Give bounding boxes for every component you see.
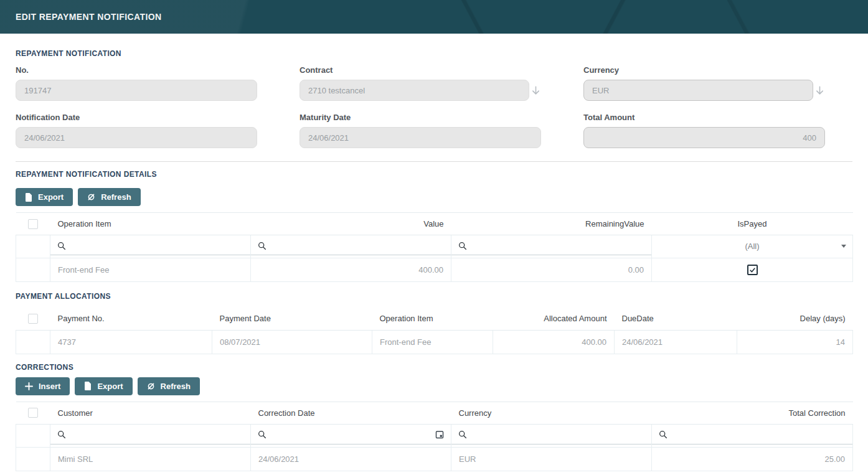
notification-date-label: Notification Date [16,113,257,122]
column-header-value[interactable]: Value [251,213,451,235]
contract-label: Contract [300,65,541,75]
maturity-date-input[interactable]: 24/06/2021 [300,127,541,148]
details-toolbar: Export Refresh [16,188,852,206]
cell-total-correction: 25.00 [652,447,853,471]
search-icon [57,430,66,439]
section-title-corrections: CORRECTIONS [16,363,852,372]
filter-customer[interactable] [50,424,251,447]
currency-value: EUR [592,86,609,95]
cell-is-payed [652,258,853,282]
column-header-correction-date[interactable]: Correction Date [251,402,451,424]
currency-input[interactable]: EUR [583,80,813,101]
total-amount-value: 400 [803,133,816,143]
refresh-button[interactable]: Refresh [138,377,200,395]
filter-remaining-value[interactable] [451,235,652,258]
plus-icon [25,382,33,390]
table-row[interactable]: Front-end Fee 400.00 0.00 [16,258,853,282]
no-value: 191747 [24,86,51,95]
corrections-toolbar: Insert Export Refresh [16,377,852,395]
repayment-notification-section: REPAYMENT NOTIFICATION No. 191747 Contra… [0,34,868,160]
contract-input[interactable]: 2710 testcancel [300,80,529,101]
refresh-button-label: Refresh [101,192,131,202]
select-all-checkbox[interactable] [28,408,38,418]
select-all-checkbox[interactable] [28,314,38,324]
refresh-button-label: Refresh [161,382,191,391]
column-header-due-date[interactable]: DueDate [615,308,737,330]
repayment-form-grid: No. 191747 Contract 2710 testcancel [16,65,852,160]
filter-operation-item[interactable] [50,235,251,258]
calendar-icon[interactable] [435,430,444,439]
insert-button[interactable]: Insert [16,377,70,395]
currency-label: Currency [583,65,825,75]
maturity-date-label: Maturity Date [300,113,541,122]
export-button-label: Export [97,382,123,391]
column-header-remaining-value[interactable]: RemainingValue [451,213,652,235]
column-header-allocated-amount[interactable]: Allocated Amount [493,308,615,330]
row-select-cell [16,258,50,282]
caret-down-icon [841,245,846,248]
cell-operation-item: Front-end Fee [372,330,493,354]
total-amount-label: Total Amount [583,113,825,122]
field-total-amount: Total Amount 400 [583,113,825,148]
cell-operation-item: Front-end Fee [50,258,251,282]
search-icon [57,242,66,250]
column-header-is-payed[interactable]: IsPayed [652,213,853,235]
column-header-payment-no[interactable]: Payment No. [50,308,212,330]
cell-delay-days: 14 [737,330,853,354]
column-header-operation-item[interactable]: Operation Item [372,308,493,330]
details-header-row: Operation Item Value RemainingValue IsPa… [16,213,853,235]
contract-value: 2710 testcancel [308,86,365,95]
main-content: REPAYMENT NOTIFICATION No. 191747 Contra… [0,34,868,471]
cell-correction-date: 24/06/2021 [251,447,451,471]
is-payed-filter-value: (All) [745,242,759,251]
section-divider [16,161,852,162]
no-label: No. [16,65,257,75]
payment-allocations-table: Payment No. Payment Date Operation Item … [16,308,853,354]
table-row[interactable]: Mimi SRL 24/06/2021 EUR 25.00 [16,447,853,471]
column-header-operation-item[interactable]: Operation Item [50,213,251,235]
field-maturity-date: Maturity Date 24/06/2021 [300,113,541,148]
filter-correction-date[interactable] [251,424,451,447]
filter-currency[interactable] [451,424,652,447]
field-contract: Contract 2710 testcancel [300,65,541,101]
column-header-total-correction[interactable]: Total Correction [652,402,853,424]
export-button[interactable]: Export [75,377,132,395]
notification-date-input[interactable]: 24/06/2021 [16,127,257,148]
is-payed-checkbox-checked[interactable] [747,265,758,275]
corrections-header-row: Customer Correction Date Currency Total … [16,402,853,424]
details-table: Operation Item Value RemainingValue IsPa… [16,212,853,282]
total-amount-input[interactable]: 400 [583,127,825,148]
cell-value: 400.00 [251,258,451,282]
arrow-down-icon[interactable] [813,85,825,96]
cell-customer: Mimi SRL [50,447,251,471]
search-icon [458,430,467,439]
filter-value[interactable] [251,235,451,258]
no-input[interactable]: 191747 [16,80,257,101]
search-icon [659,430,668,439]
page-title: EDIT REPAYMENT NOTIFICATION [16,12,162,22]
search-icon [258,430,267,439]
table-row[interactable]: 4737 08/07/2021 Front-end Fee 400.00 24/… [16,330,853,354]
filter-is-payed-select[interactable]: (All) [652,235,853,258]
row-select-cell [16,330,50,354]
select-all-checkbox[interactable] [28,219,38,229]
cell-due-date: 24/06/2021 [615,330,737,354]
filter-total-correction[interactable] [652,424,853,447]
filter-cell-empty [16,424,50,447]
refresh-button[interactable]: Refresh [78,188,140,206]
column-header-delay-days[interactable]: Delay (days) [737,308,853,330]
section-title-repayment-notification: REPAYMENT NOTIFICATION [16,49,852,58]
refresh-icon [147,382,155,390]
column-header-currency[interactable]: Currency [451,402,652,424]
notification-date-value: 24/06/2021 [24,133,65,143]
cell-remaining-value: 0.00 [451,258,652,282]
column-header-payment-date[interactable]: Payment Date [212,308,372,330]
export-button[interactable]: Export [16,188,73,206]
allocations-header-row: Payment No. Payment Date Operation Item … [16,308,853,330]
document-icon [84,382,92,390]
arrow-down-icon[interactable] [529,85,541,96]
search-icon [258,242,267,250]
document-icon [25,193,32,202]
column-header-customer[interactable]: Customer [50,402,251,424]
cell-currency: EUR [451,447,652,471]
